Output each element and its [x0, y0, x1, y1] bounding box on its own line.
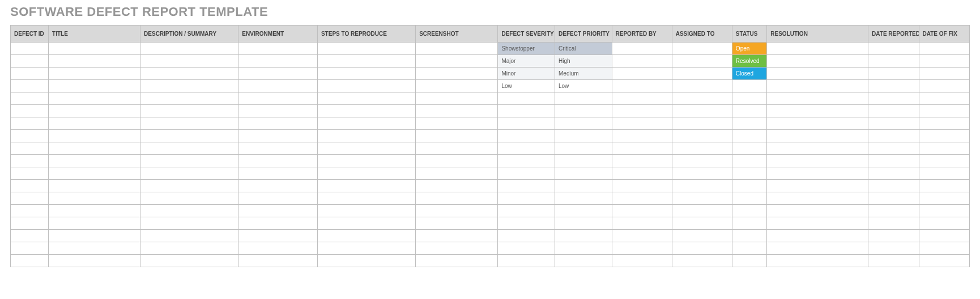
cell-environment[interactable]	[238, 192, 318, 205]
cell-title[interactable]	[49, 105, 140, 117]
cell-steps[interactable]	[317, 55, 415, 68]
cell-status[interactable]	[732, 105, 766, 117]
cell-steps[interactable]	[317, 117, 415, 130]
cell-defect-id[interactable]	[11, 92, 49, 105]
cell-date-of-fix[interactable]	[919, 68, 970, 80]
cell-defect-id[interactable]	[11, 105, 49, 117]
cell-title[interactable]	[49, 55, 140, 68]
cell-resolution[interactable]	[767, 180, 868, 192]
cell-description[interactable]	[140, 217, 238, 230]
cell-screenshot[interactable]	[416, 117, 498, 130]
cell-reported-by[interactable]	[612, 192, 672, 205]
cell-reported-by[interactable]	[612, 105, 672, 117]
cell-screenshot[interactable]	[416, 142, 498, 155]
cell-resolution[interactable]	[767, 55, 868, 68]
cell-date-reported[interactable]	[868, 242, 919, 255]
cell-defect-id[interactable]	[11, 155, 49, 167]
cell-environment[interactable]	[238, 68, 318, 80]
cell-description[interactable]	[140, 192, 238, 205]
cell-defect-id[interactable]	[11, 205, 49, 217]
cell-priority[interactable]: Low	[555, 80, 612, 92]
cell-severity[interactable]	[498, 217, 555, 230]
cell-date-reported[interactable]	[868, 43, 919, 55]
cell-title[interactable]	[49, 117, 140, 130]
cell-resolution[interactable]	[767, 68, 868, 80]
cell-reported-by[interactable]	[612, 180, 672, 192]
cell-reported-by[interactable]	[612, 255, 672, 267]
cell-steps[interactable]	[317, 242, 415, 255]
cell-date-reported[interactable]	[868, 117, 919, 130]
cell-date-reported[interactable]	[868, 68, 919, 80]
cell-defect-id[interactable]	[11, 255, 49, 267]
cell-date-of-fix[interactable]	[919, 167, 970, 180]
cell-assigned-to[interactable]	[672, 55, 732, 68]
cell-screenshot[interactable]	[416, 130, 498, 142]
cell-title[interactable]	[49, 192, 140, 205]
cell-description[interactable]	[140, 43, 238, 55]
cell-status[interactable]: Open	[732, 43, 766, 55]
cell-severity[interactable]	[498, 167, 555, 180]
cell-environment[interactable]	[238, 180, 318, 192]
cell-priority[interactable]	[555, 242, 612, 255]
cell-description[interactable]	[140, 180, 238, 192]
cell-priority[interactable]	[555, 205, 612, 217]
cell-priority[interactable]: High	[555, 55, 612, 68]
cell-priority[interactable]	[555, 192, 612, 205]
cell-environment[interactable]	[238, 55, 318, 68]
cell-date-of-fix[interactable]	[919, 80, 970, 92]
cell-description[interactable]	[140, 68, 238, 80]
cell-reported-by[interactable]	[612, 242, 672, 255]
cell-priority[interactable]: Medium	[555, 68, 612, 80]
cell-date-of-fix[interactable]	[919, 230, 970, 242]
cell-severity[interactable]: Showstopper	[498, 43, 555, 55]
cell-assigned-to[interactable]	[672, 142, 732, 155]
cell-priority[interactable]	[555, 142, 612, 155]
cell-severity[interactable]: Low	[498, 80, 555, 92]
cell-reported-by[interactable]	[612, 230, 672, 242]
cell-steps[interactable]	[317, 155, 415, 167]
cell-environment[interactable]	[238, 105, 318, 117]
cell-title[interactable]	[49, 230, 140, 242]
cell-priority[interactable]	[555, 130, 612, 142]
cell-assigned-to[interactable]	[672, 217, 732, 230]
cell-assigned-to[interactable]	[672, 255, 732, 267]
cell-defect-id[interactable]	[11, 142, 49, 155]
cell-steps[interactable]	[317, 205, 415, 217]
cell-date-reported[interactable]	[868, 142, 919, 155]
cell-screenshot[interactable]	[416, 205, 498, 217]
cell-reported-by[interactable]	[612, 80, 672, 92]
cell-steps[interactable]	[317, 142, 415, 155]
cell-environment[interactable]	[238, 255, 318, 267]
cell-description[interactable]	[140, 92, 238, 105]
cell-defect-id[interactable]	[11, 230, 49, 242]
cell-status[interactable]	[732, 142, 766, 155]
cell-resolution[interactable]	[767, 80, 868, 92]
cell-date-of-fix[interactable]	[919, 92, 970, 105]
cell-title[interactable]	[49, 92, 140, 105]
cell-date-of-fix[interactable]	[919, 242, 970, 255]
cell-priority[interactable]: Critical	[555, 43, 612, 55]
cell-description[interactable]	[140, 230, 238, 242]
cell-description[interactable]	[140, 80, 238, 92]
cell-status[interactable]	[732, 130, 766, 142]
cell-steps[interactable]	[317, 92, 415, 105]
cell-description[interactable]	[140, 105, 238, 117]
cell-date-of-fix[interactable]	[919, 142, 970, 155]
cell-status[interactable]	[732, 80, 766, 92]
cell-severity[interactable]	[498, 230, 555, 242]
cell-title[interactable]	[49, 217, 140, 230]
cell-severity[interactable]: Major	[498, 55, 555, 68]
cell-environment[interactable]	[238, 155, 318, 167]
cell-date-reported[interactable]	[868, 130, 919, 142]
cell-severity[interactable]	[498, 117, 555, 130]
cell-assigned-to[interactable]	[672, 130, 732, 142]
cell-screenshot[interactable]	[416, 92, 498, 105]
cell-status[interactable]	[732, 230, 766, 242]
cell-severity[interactable]	[498, 255, 555, 267]
cell-defect-id[interactable]	[11, 55, 49, 68]
cell-steps[interactable]	[317, 105, 415, 117]
cell-status[interactable]	[732, 192, 766, 205]
cell-steps[interactable]	[317, 68, 415, 80]
cell-title[interactable]	[49, 68, 140, 80]
cell-date-reported[interactable]	[868, 255, 919, 267]
